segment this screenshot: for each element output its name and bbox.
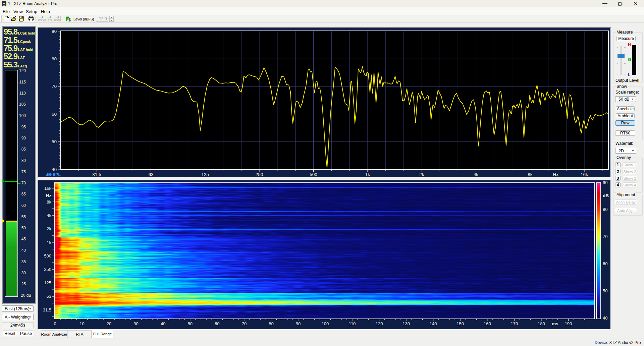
svg-text:2k: 2k (47, 226, 51, 231)
svg-text:31.5: 31.5 (92, 172, 101, 177)
svg-text:10: 10 (79, 321, 84, 326)
svg-text:250: 250 (44, 267, 51, 272)
svg-text:170: 170 (511, 321, 518, 326)
svg-text:1k: 1k (47, 240, 51, 245)
svg-text:60: 60 (215, 321, 219, 326)
svg-text:Hz: Hz (46, 193, 52, 198)
svg-text:100: 100 (322, 321, 329, 326)
svg-text:140: 140 (430, 321, 437, 326)
svg-text:xtz: xtz (3, 4, 5, 6)
svg-text:80: 80 (603, 207, 607, 212)
svg-text:8k: 8k (47, 199, 51, 205)
svg-text:0: 0 (54, 321, 56, 326)
svg-text:1k: 1k (365, 172, 370, 177)
svg-text:80: 80 (52, 56, 57, 61)
svg-text:70: 70 (603, 234, 607, 239)
svg-text:160: 160 (484, 321, 491, 326)
svg-text:125: 125 (44, 280, 51, 285)
svg-text:125: 125 (201, 172, 209, 177)
svg-text:16k: 16k (44, 186, 51, 191)
svg-text:20: 20 (107, 321, 111, 326)
svg-text:Hz: Hz (553, 172, 559, 177)
svg-text:40: 40 (603, 315, 607, 321)
svg-text:2k: 2k (419, 172, 424, 177)
svg-text:ms: ms (552, 321, 558, 326)
svg-text:250: 250 (256, 172, 263, 177)
svg-text:90: 90 (296, 321, 301, 326)
svg-text:16k: 16k (581, 172, 588, 177)
svg-text:50: 50 (188, 321, 193, 326)
svg-text:110: 110 (349, 321, 356, 326)
svg-text:30: 30 (133, 321, 138, 326)
svg-text:4k: 4k (474, 172, 479, 177)
svg-text:dB-SPL: dB-SPL (46, 172, 61, 177)
svg-text:90: 90 (52, 29, 57, 34)
svg-text:70: 70 (242, 321, 247, 326)
svg-text:40: 40 (161, 321, 165, 326)
svg-text:60: 60 (52, 112, 57, 117)
svg-text:80: 80 (269, 321, 273, 326)
svg-text:8k: 8k (528, 172, 533, 177)
svg-text:dB: dB (603, 193, 609, 198)
svg-text:190: 190 (565, 321, 572, 326)
svg-text:g: g (68, 16, 71, 21)
svg-text:70: 70 (52, 84, 57, 89)
svg-text:130: 130 (402, 321, 410, 326)
svg-text:50: 50 (603, 288, 607, 293)
svg-text:40: 40 (52, 167, 57, 172)
svg-text:120: 120 (376, 321, 383, 326)
svg-text:31.5: 31.5 (43, 307, 51, 312)
svg-text:180: 180 (538, 321, 545, 326)
svg-text:90: 90 (603, 180, 607, 185)
svg-text:500: 500 (44, 253, 51, 258)
svg-text:150: 150 (457, 321, 464, 326)
svg-text:63: 63 (47, 294, 51, 299)
svg-text:500: 500 (310, 172, 317, 177)
svg-text:50: 50 (52, 139, 57, 144)
svg-text:60: 60 (603, 261, 607, 266)
svg-text:63: 63 (148, 172, 153, 177)
svg-text:4k: 4k (47, 213, 51, 218)
